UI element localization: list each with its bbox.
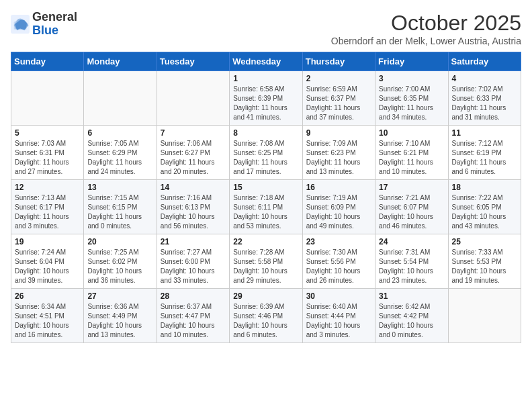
- day-info: Sunrise: 7:10 AM Sunset: 6:21 PM Dayligh…: [379, 139, 444, 177]
- calendar-cell: 2Sunrise: 6:59 AM Sunset: 6:37 PM Daylig…: [302, 71, 375, 126]
- day-info: Sunrise: 6:39 AM Sunset: 4:46 PM Dayligh…: [233, 302, 298, 340]
- day-number: 23: [306, 237, 371, 246]
- day-info: Sunrise: 7:06 AM Sunset: 6:27 PM Dayligh…: [161, 139, 226, 177]
- location: Oberndorf an der Melk, Lower Austria, Au…: [331, 36, 521, 46]
- day-number: 26: [15, 291, 80, 301]
- title-section: October 2025 Oberndorf an der Melk, Lowe…: [331, 11, 521, 46]
- day-number: 22: [233, 237, 298, 246]
- calendar-cell: 13Sunrise: 7:15 AM Sunset: 6:15 PM Dayli…: [84, 180, 157, 234]
- logo-text: General Blue: [32, 11, 77, 38]
- day-info: Sunrise: 7:03 AM Sunset: 6:31 PM Dayligh…: [15, 139, 80, 177]
- day-number: 18: [452, 183, 517, 192]
- calendar-cell: 10Sunrise: 7:10 AM Sunset: 6:21 PM Dayli…: [375, 126, 448, 180]
- calendar-cell: 20Sunrise: 7:25 AM Sunset: 6:02 PM Dayli…: [84, 234, 157, 289]
- day-info: Sunrise: 7:12 AM Sunset: 6:19 PM Dayligh…: [452, 139, 517, 177]
- day-number: 20: [87, 237, 152, 246]
- day-number: 28: [161, 291, 226, 301]
- calendar-cell: 16Sunrise: 7:19 AM Sunset: 6:09 PM Dayli…: [302, 180, 375, 234]
- weekday-header-tuesday: Tuesday: [157, 52, 229, 71]
- day-number: 29: [233, 291, 298, 301]
- day-info: Sunrise: 7:30 AM Sunset: 5:56 PM Dayligh…: [306, 248, 371, 285]
- day-number: 8: [233, 128, 298, 138]
- day-info: Sunrise: 6:59 AM Sunset: 6:37 PM Dayligh…: [306, 85, 371, 122]
- day-number: 3: [379, 74, 444, 83]
- calendar-cell: 30Sunrise: 6:40 AM Sunset: 4:44 PM Dayli…: [302, 289, 375, 343]
- day-info: Sunrise: 7:13 AM Sunset: 6:17 PM Dayligh…: [15, 193, 80, 231]
- calendar-cell: 29Sunrise: 6:39 AM Sunset: 4:46 PM Dayli…: [230, 289, 302, 343]
- day-info: Sunrise: 7:21 AM Sunset: 6:07 PM Dayligh…: [379, 193, 444, 231]
- day-info: Sunrise: 6:42 AM Sunset: 4:42 PM Dayligh…: [379, 302, 444, 340]
- weekday-header-friday: Friday: [375, 52, 448, 71]
- weekday-header-saturday: Saturday: [448, 52, 521, 71]
- calendar-week-4: 19Sunrise: 7:24 AM Sunset: 6:04 PM Dayli…: [11, 234, 521, 289]
- calendar-header: SundayMondayTuesdayWednesdayThursdayFrid…: [11, 52, 521, 71]
- calendar-cell: 5Sunrise: 7:03 AM Sunset: 6:31 PM Daylig…: [11, 126, 84, 180]
- day-number: 15: [233, 183, 298, 192]
- day-number: 12: [15, 183, 80, 192]
- day-info: Sunrise: 7:28 AM Sunset: 5:58 PM Dayligh…: [233, 248, 298, 285]
- calendar-cell: 15Sunrise: 7:18 AM Sunset: 6:11 PM Dayli…: [230, 180, 302, 234]
- calendar-cell: [11, 71, 84, 126]
- day-number: 24: [379, 237, 444, 246]
- day-info: Sunrise: 6:40 AM Sunset: 4:44 PM Dayligh…: [306, 302, 371, 340]
- calendar-cell: 25Sunrise: 7:33 AM Sunset: 5:53 PM Dayli…: [448, 234, 521, 289]
- day-info: Sunrise: 7:18 AM Sunset: 6:11 PM Dayligh…: [233, 193, 298, 231]
- calendar-cell: 18Sunrise: 7:22 AM Sunset: 6:05 PM Dayli…: [448, 180, 521, 234]
- day-info: Sunrise: 7:22 AM Sunset: 6:05 PM Dayligh…: [452, 193, 517, 231]
- calendar-cell: 9Sunrise: 7:09 AM Sunset: 6:23 PM Daylig…: [302, 126, 375, 180]
- day-info: Sunrise: 7:09 AM Sunset: 6:23 PM Dayligh…: [306, 139, 371, 177]
- calendar-cell: 4Sunrise: 7:02 AM Sunset: 6:33 PM Daylig…: [448, 71, 521, 126]
- calendar-cell: 17Sunrise: 7:21 AM Sunset: 6:07 PM Dayli…: [375, 180, 448, 234]
- calendar-cell: 22Sunrise: 7:28 AM Sunset: 5:58 PM Dayli…: [230, 234, 302, 289]
- day-info: Sunrise: 7:19 AM Sunset: 6:09 PM Dayligh…: [306, 193, 371, 231]
- day-info: Sunrise: 7:31 AM Sunset: 5:54 PM Dayligh…: [379, 248, 444, 285]
- calendar-cell: [84, 71, 157, 126]
- calendar-cell: 26Sunrise: 6:34 AM Sunset: 4:51 PM Dayli…: [11, 289, 84, 343]
- weekday-header-monday: Monday: [84, 52, 157, 71]
- calendar-cell: 8Sunrise: 7:08 AM Sunset: 6:25 PM Daylig…: [230, 126, 302, 180]
- day-info: Sunrise: 7:24 AM Sunset: 6:04 PM Dayligh…: [15, 248, 80, 285]
- day-info: Sunrise: 7:27 AM Sunset: 6:00 PM Dayligh…: [161, 248, 226, 285]
- calendar-cell: 1Sunrise: 6:58 AM Sunset: 6:39 PM Daylig…: [230, 71, 302, 126]
- calendar-cell: [448, 289, 521, 343]
- calendar-cell: 28Sunrise: 6:37 AM Sunset: 4:47 PM Dayli…: [157, 289, 229, 343]
- day-info: Sunrise: 6:58 AM Sunset: 6:39 PM Dayligh…: [233, 85, 298, 122]
- day-number: 10: [379, 128, 444, 138]
- calendar-cell: 27Sunrise: 6:36 AM Sunset: 4:49 PM Dayli…: [84, 289, 157, 343]
- day-number: 21: [161, 237, 226, 246]
- calendar-cell: 31Sunrise: 6:42 AM Sunset: 4:42 PM Dayli…: [375, 289, 448, 343]
- day-number: 7: [161, 128, 226, 138]
- day-info: Sunrise: 6:36 AM Sunset: 4:49 PM Dayligh…: [87, 302, 152, 340]
- weekday-header-sunday: Sunday: [11, 52, 84, 71]
- day-number: 2: [306, 74, 371, 83]
- calendar-cell: 14Sunrise: 7:16 AM Sunset: 6:13 PM Dayli…: [157, 180, 229, 234]
- day-info: Sunrise: 7:02 AM Sunset: 6:33 PM Dayligh…: [452, 85, 517, 122]
- day-number: 16: [306, 183, 371, 192]
- calendar-week-2: 5Sunrise: 7:03 AM Sunset: 6:31 PM Daylig…: [11, 126, 521, 180]
- day-info: Sunrise: 7:33 AM Sunset: 5:53 PM Dayligh…: [452, 248, 517, 285]
- day-number: 14: [161, 183, 226, 192]
- weekday-header-wednesday: Wednesday: [230, 52, 302, 71]
- calendar: SundayMondayTuesdayWednesdayThursdayFrid…: [11, 52, 521, 343]
- calendar-week-3: 12Sunrise: 7:13 AM Sunset: 6:17 PM Dayli…: [11, 180, 521, 234]
- weekday-header-thursday: Thursday: [302, 52, 375, 71]
- page-header: General Blue October 2025 Oberndorf an d…: [11, 11, 521, 46]
- calendar-cell: 12Sunrise: 7:13 AM Sunset: 6:17 PM Dayli…: [11, 180, 84, 234]
- calendar-body: 1Sunrise: 6:58 AM Sunset: 6:39 PM Daylig…: [11, 71, 521, 343]
- day-info: Sunrise: 7:00 AM Sunset: 6:35 PM Dayligh…: [379, 85, 444, 122]
- calendar-cell: 3Sunrise: 7:00 AM Sunset: 6:35 PM Daylig…: [375, 71, 448, 126]
- day-number: 5: [15, 128, 80, 138]
- calendar-week-5: 26Sunrise: 6:34 AM Sunset: 4:51 PM Dayli…: [11, 289, 521, 343]
- month-title: October 2025: [331, 11, 521, 36]
- day-info: Sunrise: 7:15 AM Sunset: 6:15 PM Dayligh…: [87, 193, 152, 231]
- calendar-cell: 19Sunrise: 7:24 AM Sunset: 6:04 PM Dayli…: [11, 234, 84, 289]
- day-number: 6: [87, 128, 152, 138]
- day-number: 13: [87, 183, 152, 192]
- logo-icon: [11, 15, 30, 34]
- day-number: 1: [233, 74, 298, 83]
- day-number: 11: [452, 128, 517, 138]
- calendar-cell: 24Sunrise: 7:31 AM Sunset: 5:54 PM Dayli…: [375, 234, 448, 289]
- day-info: Sunrise: 7:25 AM Sunset: 6:02 PM Dayligh…: [87, 248, 152, 285]
- day-info: Sunrise: 7:08 AM Sunset: 6:25 PM Dayligh…: [233, 139, 298, 177]
- day-number: 27: [87, 291, 152, 301]
